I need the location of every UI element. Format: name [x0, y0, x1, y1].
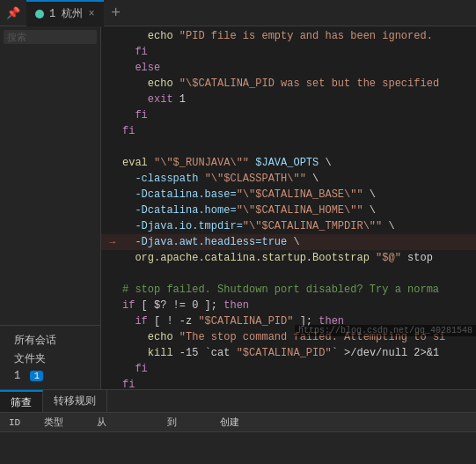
tab-close-icon[interactable]: × [88, 8, 94, 20]
code-line: echo "PID file is empty and has been ign… [101, 28, 476, 44]
code-line: fi [101, 107, 476, 123]
code-line: kill -15 `cat "$CATALINA_PID"` >/dev/nul… [101, 345, 476, 361]
sidebar-item-folders[interactable]: 文件夹 [7, 350, 93, 368]
arrow-code-line: → -Djava.awt.headless=true \ [101, 234, 476, 250]
sidebar-search-area [0, 26, 100, 48]
code-line [101, 266, 476, 282]
col-header-from: 从 [92, 416, 162, 429]
code-line: # stop failed. Shutdown port disabled? T… [101, 282, 476, 298]
code-line: eval "\"$_RUNJAVA\"" $JAVA_OPTS \ [101, 155, 476, 171]
code-line: else [101, 60, 476, 76]
col-header-id: ID [4, 417, 39, 428]
code-line: fi [101, 377, 476, 389]
watermark: https://blog.csdn.net/qq_40281548 [295, 325, 476, 336]
tab-bar: 📌 1 杭州 × + [0, 0, 476, 26]
col-header-create: 创建 [215, 416, 285, 429]
tab-transfer-rules[interactable]: 转移规则 [43, 390, 107, 412]
sidebar-content [0, 48, 100, 325]
code-line: -Djava.io.tmpdir="\"$CATALINA_TMPDIR\"" … [101, 218, 476, 234]
new-tab-button[interactable]: + [104, 1, 128, 26]
tab-label: 1 杭州 [49, 6, 83, 21]
tab-status-icon [35, 10, 44, 18]
code-line [101, 139, 476, 155]
code-line: fi [101, 44, 476, 60]
col-header-type: 类型 [39, 416, 92, 429]
tab-filter[interactable]: 筛查 [0, 390, 43, 412]
code-line: -Dcatalina.base="\"$CATALINA_BASE\"" \ [101, 187, 476, 203]
sidebar-item-all-sessions[interactable]: 所有会话 [7, 331, 93, 350]
sidebar: 所有会话 文件夹 1 1 [0, 26, 101, 389]
code-line: org.apache.catalina.startup.Bootstrap "$… [101, 250, 476, 266]
main-area: 所有会话 文件夹 1 1 echo "PID file is empty and… [0, 26, 476, 389]
code-area: echo "PID file is empty and has been ign… [101, 26, 476, 389]
tab-hangzhou[interactable]: 1 杭州 × [26, 0, 104, 26]
pin-icon: 📌 [6, 6, 20, 20]
pin-area: 📌 [0, 6, 26, 20]
sidebar-bottom: 所有会话 文件夹 1 1 [0, 325, 100, 389]
code-line: fi [101, 361, 476, 377]
code-line: exit 1 [101, 92, 476, 107]
code-line: -Dcatalina.home="\"$CATALINA_HOME\"" \ [101, 203, 476, 218]
session-badge: 1 [30, 371, 43, 381]
search-input[interactable] [4, 30, 97, 44]
code-line: if [ $? != 0 ]; then [101, 298, 476, 313]
code-scroll[interactable]: echo "PID file is empty and has been ign… [101, 26, 476, 389]
col-header-to: 到 [162, 416, 215, 429]
bottom-panel: 筛查 转移规则 ID 类型 从 到 创建 [0, 389, 476, 464]
table-header: ID 类型 从 到 创建 [0, 413, 476, 432]
code-line: fi [101, 123, 476, 139]
code-line: -classpath "\"$CLASSPATH\"" \ [101, 171, 476, 187]
bottom-tab-bar: 筛查 转移规则 [0, 390, 476, 413]
sidebar-item-count[interactable]: 1 1 [7, 368, 93, 384]
code-line: echo "\$CATALINA_PID was set but the spe… [101, 76, 476, 92]
bottom-table: ID 类型 从 到 创建 [0, 413, 476, 464]
